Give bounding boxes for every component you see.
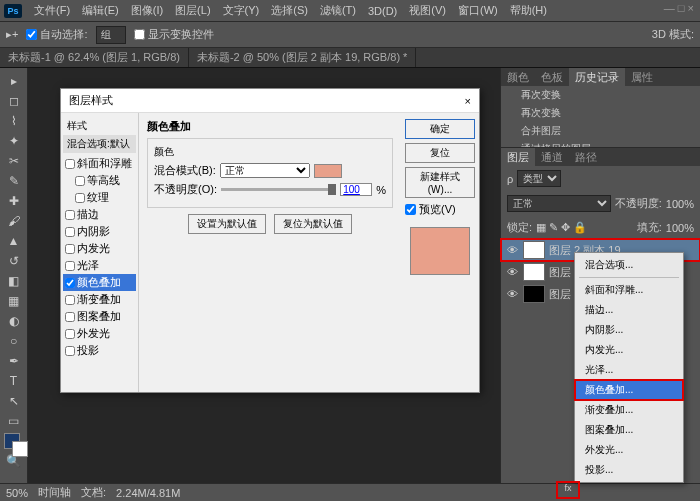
history-brush[interactable]: ↺ [4,252,24,270]
style-coloroverlay[interactable]: 颜色叠加 [63,274,136,291]
eyedropper-tool[interactable]: ✎ [4,172,24,190]
timeline-label[interactable]: 时间轴 [38,485,71,500]
menu-3d[interactable]: 3D(D) [362,5,403,17]
blend-label: 混合模式(B): [154,163,216,178]
history-item[interactable]: 再次变换 [501,86,700,104]
lock-icons[interactable]: ▦ ✎ ✥ 🔒 [536,221,587,234]
ctx-satin[interactable]: 光泽... [575,360,683,380]
style-texture[interactable]: 纹理 [63,189,136,206]
document-tabs: 未标题-1 @ 62.4% (图层 1, RGB/8) 未标题-2 @ 50% … [0,48,700,68]
ctx-patoverlay[interactable]: 图案叠加... [575,420,683,440]
lasso-tool[interactable]: ⌇ [4,112,24,130]
style-dropshadow[interactable]: 投影 [63,342,136,359]
opacity-input[interactable]: 100 [340,183,372,196]
filter-kind[interactable]: 类型 [517,170,561,187]
tab-channels[interactable]: 通道 [535,148,569,167]
ctx-dropshadow[interactable]: 投影... [575,460,683,480]
style-patoverlay[interactable]: 图案叠加 [63,308,136,325]
menu-select[interactable]: 选择(S) [265,3,314,18]
window-controls[interactable]: — □ × [664,2,694,14]
shape-tool[interactable]: ▭ [4,412,24,430]
wand-tool[interactable]: ✦ [4,132,24,150]
blend-options[interactable]: 混合选项:默认 [63,135,136,153]
type-tool[interactable]: T [4,372,24,390]
new-style-button[interactable]: 新建样式(W)... [405,167,475,198]
pen-tool[interactable]: ✒ [4,352,24,370]
tab-history[interactable]: 历史记录 [569,68,625,87]
reset-default-button[interactable]: 复位为默认值 [274,214,352,234]
visibility-icon[interactable]: 👁 [505,266,519,278]
tab-properties[interactable]: 属性 [625,68,659,87]
menu-view[interactable]: 视图(V) [403,3,452,18]
menu-filter[interactable]: 滤镜(T) [314,3,362,18]
layer-style-dialog: 图层样式 × 样式 混合选项:默认 斜面和浮雕 等高线 纹理 描边 内阴影 内发… [60,88,480,393]
menu-edit[interactable]: 编辑(E) [76,3,125,18]
dialog-buttons: 确定 复位 新建样式(W)... 预览(V) [401,113,479,392]
blur-tool[interactable]: ◐ [4,312,24,330]
gradient-tool[interactable]: ▦ [4,292,24,310]
path-tool[interactable]: ↖ [4,392,24,410]
ctx-innershadow[interactable]: 内阴影... [575,320,683,340]
menu-help[interactable]: 帮助(H) [504,3,553,18]
auto-select-target[interactable]: 组 [96,26,126,44]
history-item[interactable]: 合并图层 [501,122,700,140]
menu-type[interactable]: 文字(Y) [217,3,266,18]
tab-layers[interactable]: 图层 [501,148,535,167]
style-outerglow[interactable]: 外发光 [63,325,136,342]
opacity-slider[interactable] [221,188,336,191]
ctx-coloroverlay[interactable]: 颜色叠加... [575,380,683,400]
tab-paths[interactable]: 路径 [569,148,603,167]
style-contour[interactable]: 等高线 [63,172,136,189]
tab-swatch[interactable]: 色板 [535,68,569,87]
make-default-button[interactable]: 设置为默认值 [188,214,266,234]
color-swatch[interactable] [314,164,342,178]
fx-button[interactable]: fx [558,483,578,497]
layer-thumb [523,263,545,281]
blend-mode[interactable]: 正常 [507,195,611,212]
photoshop-window: Ps 文件(F) 编辑(E) 图像(I) 图层(L) 文字(Y) 选择(S) 滤… [0,0,700,501]
style-innershadow[interactable]: 内阴影 [63,223,136,240]
ctx-innerglow[interactable]: 内发光... [575,340,683,360]
style-stroke[interactable]: 描边 [63,206,136,223]
ok-button[interactable]: 确定 [405,119,475,139]
visibility-icon[interactable]: 👁 [505,244,519,256]
style-gradoverlay[interactable]: 渐变叠加 [63,291,136,308]
ctx-stroke[interactable]: 描边... [575,300,683,320]
zoom-level[interactable]: 50% [6,487,28,499]
dodge-tool[interactable]: ○ [4,332,24,350]
eraser-tool[interactable]: ◧ [4,272,24,290]
ctx-bevel[interactable]: 斜面和浮雕... [575,280,683,300]
background-color[interactable] [12,441,28,457]
crop-tool[interactable]: ✂ [4,152,24,170]
move-tool[interactable]: ▸ [4,72,24,90]
cancel-button[interactable]: 复位 [405,143,475,163]
opacity-value[interactable]: 100% [666,198,694,210]
close-icon[interactable]: × [465,95,471,107]
styles-header[interactable]: 样式 [63,117,136,135]
menu-image[interactable]: 图像(I) [125,3,169,18]
heal-tool[interactable]: ✚ [4,192,24,210]
doc-tab-1[interactable]: 未标题-1 @ 62.4% (图层 1, RGB/8) [0,48,189,67]
blend-select[interactable]: 正常 [220,163,310,178]
ctx-blend[interactable]: 混合选项... [575,255,683,275]
doc-size-label: 文档: [81,485,106,500]
stamp-tool[interactable]: ▲ [4,232,24,250]
ctx-gradoverlay[interactable]: 渐变叠加... [575,400,683,420]
preview-check[interactable]: 预览(V) [405,202,475,217]
brush-tool[interactable]: 🖌 [4,212,24,230]
style-bevel[interactable]: 斜面和浮雕 [63,155,136,172]
style-satin[interactable]: 光泽 [63,257,136,274]
style-innerglow[interactable]: 内发光 [63,240,136,257]
history-item[interactable]: 再次变换 [501,104,700,122]
auto-select-check[interactable]: 自动选择: [26,27,87,42]
marquee-tool[interactable]: ◻ [4,92,24,110]
show-transform-check[interactable]: 显示变换控件 [134,27,214,42]
menu-file[interactable]: 文件(F) [28,3,76,18]
tab-color[interactable]: 颜色 [501,68,535,87]
fill-value[interactable]: 100% [666,222,694,234]
doc-tab-2[interactable]: 未标题-2 @ 50% (图层 2 副本 19, RGB/8) * [189,48,416,67]
menu-layer[interactable]: 图层(L) [169,3,216,18]
visibility-icon[interactable]: 👁 [505,288,519,300]
ctx-outerglow[interactable]: 外发光... [575,440,683,460]
menu-window[interactable]: 窗口(W) [452,3,504,18]
